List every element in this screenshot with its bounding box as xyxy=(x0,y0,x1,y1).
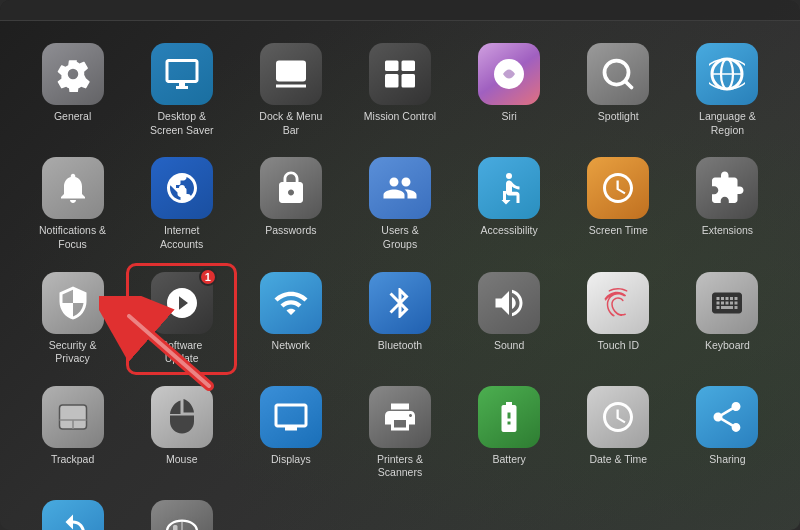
icon-item-network[interactable]: Network xyxy=(238,266,343,372)
icon-item-siri[interactable]: Siri xyxy=(457,37,562,143)
icon-label-siri: Siri xyxy=(502,110,517,124)
update-banner xyxy=(0,0,800,21)
icon-label-dock: Dock & Menu Bar xyxy=(254,110,328,137)
icon-item-security[interactable]: Security & Privacy xyxy=(20,266,125,372)
icon-item-language[interactable]: Language & Region xyxy=(675,37,780,143)
icon-label-datetime: Date & Time xyxy=(589,453,647,467)
icon-label-internet: Internet Accounts xyxy=(145,224,219,251)
icon-item-datetime[interactable]: Date & Time xyxy=(566,380,671,486)
icon-item-sound[interactable]: Sound xyxy=(457,266,562,372)
icon-label-software: Software Update xyxy=(145,339,219,366)
icon-item-internet[interactable]: Internet Accounts xyxy=(129,151,234,257)
icon-item-notifications[interactable]: Notifications & Focus xyxy=(20,151,125,257)
icon-item-printers[interactable]: Printers & Scanners xyxy=(347,380,452,486)
icon-label-extensions: Extensions xyxy=(702,224,753,238)
icon-label-touchid: Touch ID xyxy=(598,339,639,353)
icon-label-printers: Printers & Scanners xyxy=(363,453,437,480)
icon-item-startup[interactable]: Startup Disk xyxy=(129,494,234,530)
icons-grid: GeneralDesktop & Screen SaverDock & Menu… xyxy=(20,37,780,530)
svg-rect-16 xyxy=(173,525,178,530)
icon-item-sharing[interactable]: Sharing xyxy=(675,380,780,486)
svg-rect-0 xyxy=(276,61,306,82)
icon-item-timemachine[interactable]: Time Machine xyxy=(20,494,125,530)
icon-item-extensions[interactable]: Extensions xyxy=(675,151,780,257)
icon-label-displays: Displays xyxy=(271,453,311,467)
icon-item-mouse[interactable]: Mouse xyxy=(129,380,234,486)
icon-label-trackpad: Trackpad xyxy=(51,453,94,467)
svg-rect-1 xyxy=(385,61,399,72)
icon-label-mouse: Mouse xyxy=(166,453,198,467)
icon-label-screentime: Screen Time xyxy=(589,224,648,238)
icon-label-battery: Battery xyxy=(493,453,526,467)
icon-label-sharing: Sharing xyxy=(709,453,745,467)
svg-rect-2 xyxy=(401,61,415,72)
icon-label-keyboard: Keyboard xyxy=(705,339,750,353)
icon-label-notifications: Notifications & Focus xyxy=(36,224,110,251)
icon-item-spotlight[interactable]: Spotlight xyxy=(566,37,671,143)
icon-label-language: Language & Region xyxy=(690,110,764,137)
notification-badge: 1 xyxy=(199,268,217,286)
icon-item-bluetooth[interactable]: Bluetooth xyxy=(347,266,452,372)
icon-item-users[interactable]: Users & Groups xyxy=(347,151,452,257)
icon-label-accessibility: Accessibility xyxy=(481,224,538,238)
icon-label-network: Network xyxy=(272,339,311,353)
icons-grid-container: GeneralDesktop & Screen SaverDock & Menu… xyxy=(0,21,800,530)
icon-item-software[interactable]: 1Software Update xyxy=(129,266,234,372)
icon-item-accessibility[interactable]: Accessibility xyxy=(457,151,562,257)
icon-label-mission: Mission Control xyxy=(364,110,436,124)
icon-item-mission[interactable]: Mission Control xyxy=(347,37,452,143)
icon-item-battery[interactable]: Battery xyxy=(457,380,562,486)
icon-label-sound: Sound xyxy=(494,339,524,353)
icon-label-spotlight: Spotlight xyxy=(598,110,639,124)
icon-item-dock[interactable]: Dock & Menu Bar xyxy=(238,37,343,143)
icon-item-trackpad[interactable]: Trackpad xyxy=(20,380,125,486)
icon-label-desktop: Desktop & Screen Saver xyxy=(145,110,219,137)
icon-label-bluetooth: Bluetooth xyxy=(378,339,422,353)
icon-item-keyboard[interactable]: Keyboard xyxy=(675,266,780,372)
icon-label-general: General xyxy=(54,110,91,124)
icon-item-screentime[interactable]: Screen Time xyxy=(566,151,671,257)
icon-item-passwords[interactable]: Passwords xyxy=(238,151,343,257)
icon-label-passwords: Passwords xyxy=(265,224,316,238)
svg-rect-4 xyxy=(401,74,415,88)
icon-item-desktop[interactable]: Desktop & Screen Saver xyxy=(129,37,234,143)
svg-rect-3 xyxy=(385,74,399,88)
icon-label-users: Users & Groups xyxy=(363,224,437,251)
icon-item-touchid[interactable]: Touch ID xyxy=(566,266,671,372)
icon-label-security: Security & Privacy xyxy=(36,339,110,366)
icon-item-general[interactable]: General xyxy=(20,37,125,143)
system-preferences-window: GeneralDesktop & Screen SaverDock & Menu… xyxy=(0,0,800,530)
icon-item-displays[interactable]: Displays xyxy=(238,380,343,486)
svg-point-10 xyxy=(506,173,512,179)
